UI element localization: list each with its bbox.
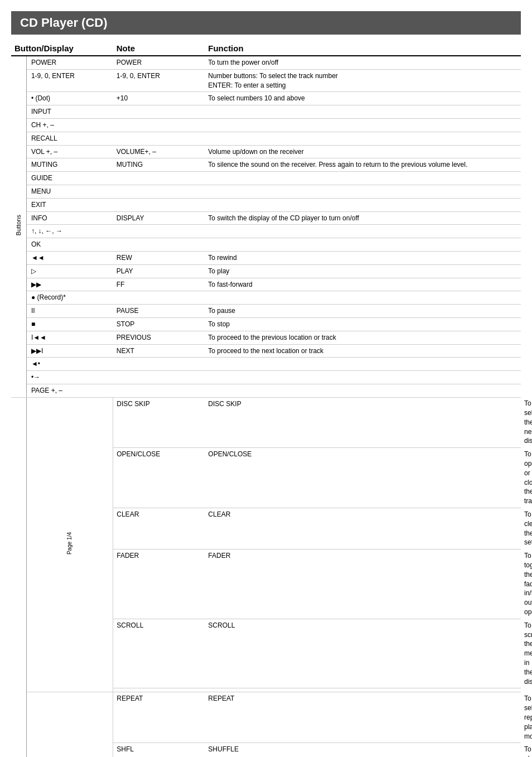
table-row: ◄◄REWTo rewind: [11, 251, 521, 264]
note-cell: MUTING: [113, 158, 205, 172]
note-cell: [113, 384, 205, 397]
function-cell: To fast-forward: [205, 278, 521, 291]
note-cell: [113, 172, 205, 185]
function-cell: [205, 118, 521, 132]
label-note-cell: REPEAT: [205, 692, 521, 743]
button-cell: GUIDE: [26, 172, 113, 185]
button-cell: INPUT: [26, 105, 113, 119]
function-cell: To turn the power on/off: [205, 56, 521, 69]
function-cell: To proceed to the previous location or t…: [205, 331, 521, 344]
button-cell: INFO: [26, 211, 113, 225]
table-row: OK: [11, 238, 521, 252]
header-note: Note: [113, 41, 205, 56]
note-cell: [113, 185, 205, 198]
label-note-cell: FADER: [205, 549, 521, 619]
table-row: • (Dot)+10To select numbers 10 and above: [11, 92, 521, 105]
table-row: INPUT: [11, 105, 521, 119]
button-cell: CH +, –: [26, 118, 113, 132]
table-row: •→: [11, 371, 521, 384]
label-button-cell: FADER: [113, 549, 205, 619]
table-row: MENU: [11, 185, 521, 198]
note-cell: [113, 198, 205, 211]
note-cell: [113, 238, 205, 252]
button-cell: ◄◄: [26, 251, 113, 264]
note-cell: STOP: [113, 317, 205, 331]
note-cell: VOLUME+, –: [113, 145, 205, 158]
function-cell: To stop: [205, 317, 521, 331]
button-cell: II: [26, 305, 113, 318]
button-cell: RECALL: [26, 132, 113, 145]
function-cell: Number buttons: To select the track numb…: [205, 69, 521, 92]
note-cell: PLAY: [113, 264, 205, 278]
function-cell: [205, 371, 521, 384]
note-cell: [113, 358, 205, 371]
function-cell: To proceed to the next location or track: [205, 344, 521, 358]
note-cell: [113, 118, 205, 132]
note-cell: [113, 371, 205, 384]
function-cell: [205, 105, 521, 119]
table-row: ▶▶FFTo fast-forward: [11, 278, 521, 291]
label-button-cell: [113, 688, 205, 692]
table-row: ■STOPTo stop: [11, 317, 521, 331]
note-cell: 1-9, 0, ENTER: [113, 69, 205, 92]
label-table-row: Page 2/4REPEATREPEATTo select repeat pla…: [11, 692, 521, 743]
note-cell: PREVIOUS: [113, 331, 205, 344]
label-note-cell: OPEN/CLOSE: [205, 448, 521, 508]
label-note-cell: DISC SKIP: [205, 397, 521, 447]
button-cell: OK: [26, 238, 113, 252]
function-cell: [205, 198, 521, 211]
page-label-cell: Page 2/4: [26, 692, 113, 757]
table-row: RECALL: [11, 132, 521, 145]
button-cell: POWER: [26, 56, 113, 69]
label-table-row: Display (Label buttons)Page 1/4DISC SKIP…: [11, 397, 521, 447]
label-button-cell: OPEN/CLOSE: [113, 448, 205, 508]
table-row: 1-9, 0, ENTER1-9, 0, ENTERNumber buttons…: [11, 69, 521, 92]
note-cell: [113, 225, 205, 238]
table-row: ● (Record)*: [11, 291, 521, 305]
function-cell: To select numbers 10 and above: [205, 92, 521, 105]
label-note-cell: [205, 688, 521, 692]
header-function: Function: [205, 41, 521, 56]
button-cell: 1-9, 0, ENTER: [26, 69, 113, 92]
button-cell: • (Dot): [26, 92, 113, 105]
page-title: CD Player (CD): [11, 11, 521, 35]
table-row: ◄•: [11, 358, 521, 371]
table-row: ▶▶INEXTTo proceed to the next location o…: [11, 344, 521, 358]
button-cell: ↑, ↓, ←, →: [26, 225, 113, 238]
table-row: EXIT: [11, 198, 521, 211]
button-cell: ▶▶: [26, 278, 113, 291]
button-cell: MUTING: [26, 158, 113, 172]
button-cell: ● (Record)*: [26, 291, 113, 305]
label-button-cell: DISC SKIP: [113, 397, 205, 447]
function-cell: Volume up/down on the receiver: [205, 145, 521, 158]
table-row: CH +, –: [11, 118, 521, 132]
note-cell: POWER: [113, 56, 205, 69]
note-cell: [113, 132, 205, 145]
label-note-cell: SHUFFLE: [205, 743, 521, 757]
function-cell: To pause: [205, 305, 521, 318]
function-cell: [205, 225, 521, 238]
button-cell: ◄•: [26, 358, 113, 371]
main-table: Button/Display Note Function ButtonsPOWE…: [11, 41, 521, 757]
function-cell: [205, 185, 521, 198]
note-cell: PAUSE: [113, 305, 205, 318]
note-cell: DISPLAY: [113, 211, 205, 225]
button-cell: MENU: [26, 185, 113, 198]
table-row: GUIDE: [11, 172, 521, 185]
function-cell: To play: [205, 264, 521, 278]
label-button-cell: SCROLL: [113, 619, 205, 688]
note-cell: [113, 291, 205, 305]
button-cell: VOL +, –: [26, 145, 113, 158]
label-button-cell: REPEAT: [113, 692, 205, 743]
display-section-label: Display (Label buttons): [11, 397, 26, 757]
label-note-cell: SCROLL: [205, 619, 521, 688]
note-cell: +10: [113, 92, 205, 105]
function-cell: To rewind: [205, 251, 521, 264]
function-cell: [205, 172, 521, 185]
function-cell: [205, 238, 521, 252]
table-row: IIPAUSETo pause: [11, 305, 521, 318]
note-cell: REW: [113, 251, 205, 264]
header-button-display: Button/Display: [11, 41, 113, 56]
button-cell: •→: [26, 371, 113, 384]
function-cell: [205, 291, 521, 305]
